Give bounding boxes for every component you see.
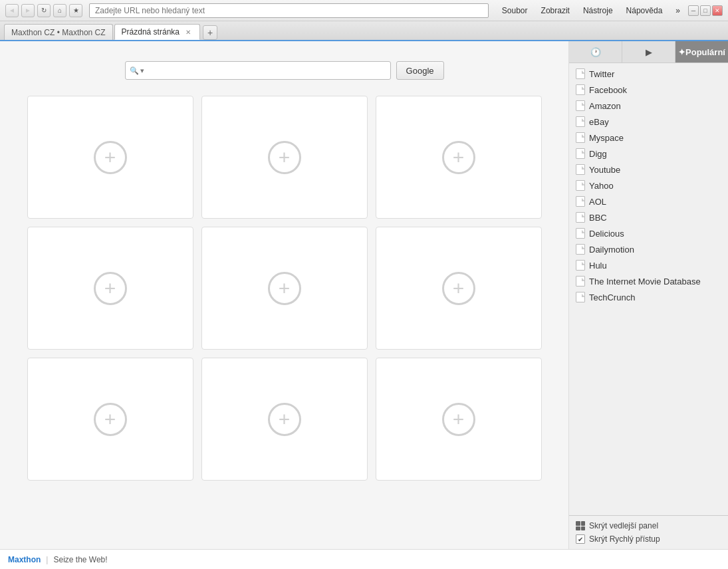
site-name: The Internet Movie Database xyxy=(589,277,701,286)
add-site-icon: + xyxy=(442,141,475,174)
tab-maxthon[interactable]: Maxthon CZ • Maxthon CZ xyxy=(4,24,113,40)
window-controls: ─ □ ✕ xyxy=(688,5,723,16)
site-name: Yahoo xyxy=(589,181,614,191)
separator: | xyxy=(46,555,48,564)
site-name: eBay xyxy=(589,117,609,127)
thumbnail-6[interactable]: + xyxy=(376,227,542,350)
hide-side-panel-item[interactable]: Skrýt vedlejší panel xyxy=(576,521,721,530)
add-site-icon: + xyxy=(94,141,127,174)
bottom-bar: Maxthon | Seize the Web! xyxy=(0,549,728,569)
popular-site-item[interactable]: Yahoo xyxy=(569,177,728,193)
checkbox-icon: ✔ xyxy=(576,534,585,544)
add-site-icon: + xyxy=(94,403,127,436)
popular-star-icon: ✦ xyxy=(678,47,685,57)
site-name: Youtube xyxy=(589,165,620,175)
popular-site-item[interactable]: BBC xyxy=(569,209,728,225)
popular-site-item[interactable]: Hulu xyxy=(569,257,728,273)
google-search-button[interactable]: Google xyxy=(396,61,444,80)
close-button[interactable]: ✕ xyxy=(712,5,723,16)
tab-close-button[interactable]: ✕ xyxy=(183,27,193,37)
brand-name: Maxthon xyxy=(8,555,41,564)
menu-nastroje[interactable]: Nástroje xyxy=(580,5,616,17)
popular-site-item[interactable]: Twitter xyxy=(569,66,728,82)
popular-site-item[interactable]: Facebook xyxy=(569,82,728,98)
panel-tab-popular[interactable]: ✦ Populární xyxy=(675,41,728,62)
site-name: Digg xyxy=(589,149,607,159)
add-site-icon: + xyxy=(94,272,127,305)
popular-site-item[interactable]: AOL xyxy=(569,193,728,209)
thumbnail-7[interactable]: + xyxy=(27,358,193,481)
page-icon xyxy=(576,212,585,223)
side-panel: 🕐 ▶ ✦ Populární TwitterFacebookAmazoneBa… xyxy=(568,41,728,549)
thumbnail-1[interactable]: + xyxy=(27,96,193,219)
hide-quick-access-item[interactable]: ✔ Skrýt Rychlý přístup xyxy=(576,534,721,544)
maximize-button[interactable]: □ xyxy=(700,5,711,16)
popular-site-item[interactable]: Amazon xyxy=(569,98,728,114)
add-site-icon: + xyxy=(268,272,301,305)
popular-site-item[interactable]: eBay xyxy=(569,114,728,130)
panel-tab-bar: 🕐 ▶ ✦ Populární xyxy=(569,41,728,63)
page-icon xyxy=(576,132,585,143)
thumbnail-5[interactable]: + xyxy=(201,227,368,350)
page-icon xyxy=(576,292,585,302)
popular-site-item[interactable]: Myspace xyxy=(569,130,728,146)
search-input[interactable] xyxy=(144,66,386,76)
popular-sites-list: TwitterFacebookAmazoneBayMyspaceDiggYout… xyxy=(569,63,728,515)
page-icon xyxy=(576,276,585,286)
url-input[interactable] xyxy=(89,3,489,18)
site-name: BBC xyxy=(589,213,607,223)
panel-tab-popular-label: Populární xyxy=(685,47,725,57)
panel-footer: Skrýt vedlejší panel ✔ Skrýt Rychlý přís… xyxy=(569,515,728,549)
popular-site-item[interactable]: Dailymotion xyxy=(569,241,728,257)
add-site-icon: + xyxy=(442,272,475,305)
popular-site-item[interactable]: TechCrunch xyxy=(569,289,728,305)
menu-more[interactable]: » xyxy=(673,5,683,17)
add-site-icon: + xyxy=(268,403,301,436)
popular-site-item[interactable]: The Internet Movie Database xyxy=(569,273,728,289)
back-button[interactable]: ◄ xyxy=(5,4,19,17)
panel-tab-history[interactable]: 🕐 xyxy=(569,41,622,62)
site-name: AOL xyxy=(589,197,606,207)
home-button[interactable]: ⌂ xyxy=(53,4,66,17)
site-name: Amazon xyxy=(589,101,621,111)
page-icon xyxy=(576,228,585,239)
thumbnail-2[interactable]: + xyxy=(201,96,368,219)
thumbnail-9[interactable]: + xyxy=(376,358,542,481)
refresh-button[interactable]: ↻ xyxy=(37,4,51,17)
popular-site-item[interactable]: Youtube xyxy=(569,162,728,177)
main-area: 🔍 ▾ Google + + + + + + + + + 🕐 ▶ xyxy=(0,41,728,549)
url-bar-container xyxy=(89,3,489,18)
new-tab-button[interactable]: + xyxy=(203,25,217,40)
page-icon xyxy=(576,180,585,191)
menu-bar: Soubor Zobrazit Nástroje Nápověda » xyxy=(499,5,683,17)
site-name: Hulu xyxy=(589,261,607,271)
menu-zobrazit[interactable]: Zobrazit xyxy=(539,5,572,17)
panel-tab-rss[interactable]: ▶ xyxy=(622,41,675,62)
thumbnail-4[interactable]: + xyxy=(27,227,193,350)
thumbnail-3[interactable]: + xyxy=(376,96,542,219)
add-site-icon: + xyxy=(442,403,475,436)
bookmark-button[interactable]: ★ xyxy=(69,4,82,17)
search-engine-dropdown[interactable]: 🔍 ▾ xyxy=(130,66,144,75)
page-icon xyxy=(576,100,585,111)
site-name: Facebook xyxy=(589,85,627,95)
search-input-wrap: 🔍 ▾ xyxy=(125,61,391,80)
page-icon xyxy=(576,68,585,79)
menu-napoveda[interactable]: Nápověda xyxy=(624,5,666,17)
minimize-button[interactable]: ─ xyxy=(688,5,699,16)
site-name: TechCrunch xyxy=(589,292,635,302)
search-icon: 🔍 xyxy=(130,66,139,75)
add-site-icon: + xyxy=(268,141,301,174)
popular-site-item[interactable]: Delicious xyxy=(569,225,728,241)
page-icon xyxy=(576,196,585,207)
forward-button[interactable]: ► xyxy=(21,4,35,17)
tab-bar: Maxthon CZ • Maxthon CZ Prázdná stránka … xyxy=(0,21,728,41)
tab-prazdna[interactable]: Prázdná stránka ✕ xyxy=(114,24,200,40)
popular-site-item[interactable]: Digg xyxy=(569,146,728,162)
tagline: Seize the Web! xyxy=(53,555,107,564)
thumbnail-8[interactable]: + xyxy=(201,358,368,481)
speed-dial-area: 🔍 ▾ Google + + + + + + + + + xyxy=(0,41,568,549)
page-icon xyxy=(576,244,585,255)
page-icon xyxy=(576,164,585,175)
menu-soubor[interactable]: Soubor xyxy=(499,5,531,17)
